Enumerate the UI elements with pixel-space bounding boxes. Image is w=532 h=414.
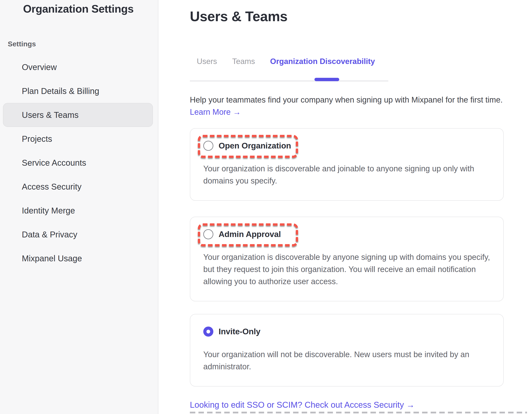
learn-more-label: Learn More: [190, 108, 230, 116]
option-card-admin-approval[interactable]: Admin Approval Your organization is disc…: [190, 217, 504, 301]
sidebar-title: Organization Settings: [23, 2, 134, 15]
cutoff-content-fragment: [190, 412, 527, 413]
tab-users[interactable]: Users: [197, 57, 217, 66]
option-header: Open Organization: [203, 141, 490, 151]
options-list: Open Organization Your organization is d…: [190, 128, 504, 386]
main-content: Users & Teams UsersTeamsOrganization Dis…: [159, 0, 532, 414]
arrow-right-icon: →: [233, 108, 241, 116]
option-description: Your organization is discoverable by any…: [203, 251, 490, 288]
sidebar-item-identity-merge[interactable]: Identity Merge: [3, 199, 153, 223]
sidebar-item-projects[interactable]: Projects: [3, 127, 153, 151]
arrow-right-icon: →: [406, 400, 415, 409]
page-title: Users & Teams: [190, 8, 288, 24]
radio-invite-only[interactable]: [203, 327, 213, 337]
option-label: Invite-Only: [218, 327, 260, 336]
option-label: Admin Approval: [218, 230, 281, 239]
sidebar-item-users-teams[interactable]: Users & Teams: [3, 103, 153, 127]
option-description: Your organization will not be discoverab…: [203, 348, 490, 373]
sidebar: Organization Settings Settings OverviewP…: [0, 0, 158, 414]
sidebar-section-label: Settings: [8, 40, 36, 48]
footer-access-security-link[interactable]: Looking to edit SSO or SCIM? Check out A…: [190, 400, 415, 410]
sidebar-nav: OverviewPlan Details & BillingUsers & Te…: [0, 55, 158, 270]
option-header: Admin Approval: [203, 229, 490, 239]
sidebar-item-plan-details-billing[interactable]: Plan Details & Billing: [3, 79, 153, 103]
tab-row: UsersTeamsOrganization Discoverability: [190, 57, 388, 66]
option-description: Your organization is discoverable and jo…: [203, 162, 490, 187]
option-header: Invite-Only: [203, 327, 490, 337]
learn-more-link[interactable]: Learn More →: [190, 108, 241, 117]
footer-link-label: Looking to edit SSO or SCIM? Check out A…: [190, 400, 404, 409]
sidebar-item-overview[interactable]: Overview: [3, 55, 153, 79]
sidebar-item-mixpanel-usage[interactable]: Mixpanel Usage: [3, 246, 153, 270]
option-label: Open Organization: [218, 141, 291, 150]
option-card-open-organization[interactable]: Open Organization Your organization is d…: [190, 128, 504, 201]
active-tab-indicator: [314, 78, 339, 81]
option-card-invite-only[interactable]: Invite-Only Your organization will not b…: [190, 314, 504, 386]
tab-organization-discoverability[interactable]: Organization Discoverability: [270, 57, 375, 66]
tab-teams[interactable]: Teams: [232, 57, 255, 66]
intro-text: Help your teammates find your company wh…: [190, 94, 503, 106]
radio-open-organization[interactable]: [203, 141, 213, 151]
tab-bar: UsersTeamsOrganization Discoverability: [190, 57, 388, 82]
tab-bar-divider: [190, 80, 388, 82]
radio-admin-approval[interactable]: [203, 229, 213, 239]
sidebar-item-access-security[interactable]: Access Security: [3, 175, 153, 199]
sidebar-item-data-privacy[interactable]: Data & Privacy: [3, 223, 153, 246]
sidebar-item-service-accounts[interactable]: Service Accounts: [3, 151, 153, 175]
